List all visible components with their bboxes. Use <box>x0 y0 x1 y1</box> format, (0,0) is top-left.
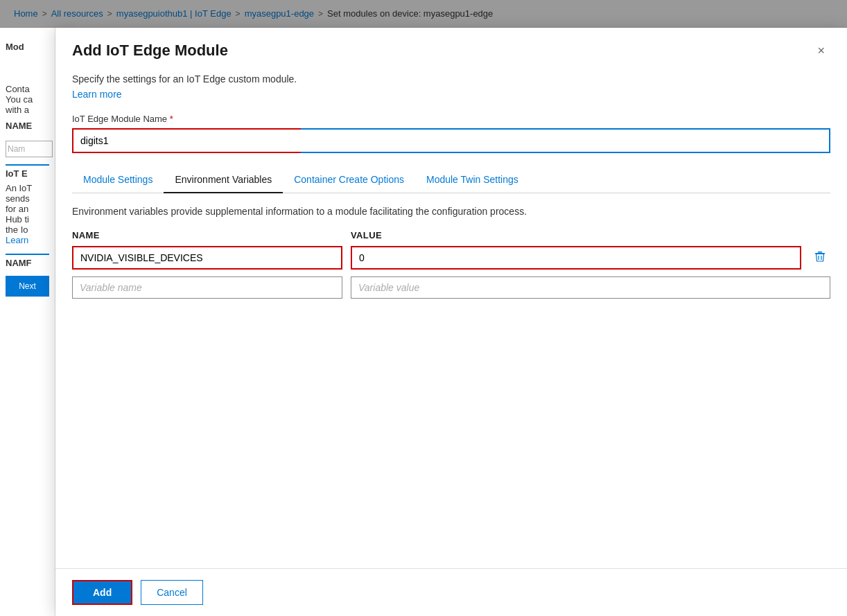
left-strip-iot-label: IoT E <box>6 168 49 179</box>
modal-title: Add IoT Edge Module <box>72 42 228 60</box>
env-name-field-2 <box>72 276 342 299</box>
module-name-right-section <box>299 130 829 152</box>
modal-footer: Add Cancel <box>55 568 847 616</box>
env-name-input-2[interactable] <box>72 276 342 299</box>
env-value-input-2[interactable] <box>351 276 830 299</box>
tab-module-settings[interactable]: Module Settings <box>72 167 164 193</box>
env-row-1 <box>72 246 830 270</box>
env-name-col-header: NAME <box>72 230 342 240</box>
module-name-input[interactable] <box>73 130 299 152</box>
delete-icon-1 <box>814 252 826 265</box>
env-name-input-1[interactable] <box>72 246 342 270</box>
left-background-strip: Mod Conta You ca with a NAME Nam IoT E A… <box>0 28 55 616</box>
env-value-col-header: VALUE <box>351 230 830 240</box>
env-row-2 <box>72 276 830 299</box>
module-name-row <box>72 128 830 153</box>
left-strip-iot5: the Io <box>6 225 49 235</box>
svg-rect-1 <box>818 252 822 253</box>
left-strip-iot1: An IoT <box>6 183 49 193</box>
learn-more-link[interactable]: Learn more <box>72 89 122 100</box>
left-strip-conta: Conta <box>6 84 49 94</box>
left-strip-input-placeholder: Nam <box>8 144 25 154</box>
left-strip-iot3: for an <box>6 204 49 214</box>
left-strip-witha: with a <box>6 105 49 115</box>
modal-header: Add IoT Edge Module × <box>55 28 847 68</box>
module-name-left-section <box>72 128 301 153</box>
tab-environment-variables[interactable]: Environment Variables <box>164 167 283 193</box>
module-name-right-input[interactable] <box>299 130 829 152</box>
env-delete-button-1[interactable] <box>810 247 830 269</box>
env-value-field-2 <box>351 276 830 299</box>
left-strip-name-label: NAME <box>6 121 49 131</box>
cancel-button[interactable]: Cancel <box>141 580 203 605</box>
env-value-input-1[interactable] <box>351 246 801 270</box>
add-button[interactable]: Add <box>72 580 132 605</box>
env-column-headers: NAME VALUE <box>72 230 830 240</box>
left-strip-learn[interactable]: Learn <box>6 235 49 245</box>
left-strip-iot2: sends <box>6 193 49 204</box>
modal-description: Specify the settings for an IoT Edge cus… <box>72 73 830 85</box>
tab-container-create-options[interactable]: Container Create Options <box>283 167 415 193</box>
env-name-field-1 <box>72 246 342 270</box>
left-strip-iot4: Hub ti <box>6 214 49 225</box>
left-strip-youca: You ca <box>6 94 49 105</box>
env-description: Environment variables provide supplement… <box>72 204 830 219</box>
env-value-field-1 <box>351 246 801 270</box>
required-star: * <box>170 114 173 124</box>
module-name-label: IoT Edge Module Name * <box>72 114 830 124</box>
tabs-row: Module Settings Environment Variables Co… <box>72 167 830 193</box>
modal-body: Specify the settings for an IoT Edge cus… <box>55 68 847 568</box>
modal-close-button[interactable]: × <box>812 42 830 60</box>
tab-module-twin-settings[interactable]: Module Twin Settings <box>415 167 530 193</box>
left-strip-namef-label: NAMF <box>6 258 49 268</box>
add-module-modal: Add IoT Edge Module × Specify the settin… <box>55 28 847 616</box>
left-strip-mod: Mod <box>6 42 49 52</box>
